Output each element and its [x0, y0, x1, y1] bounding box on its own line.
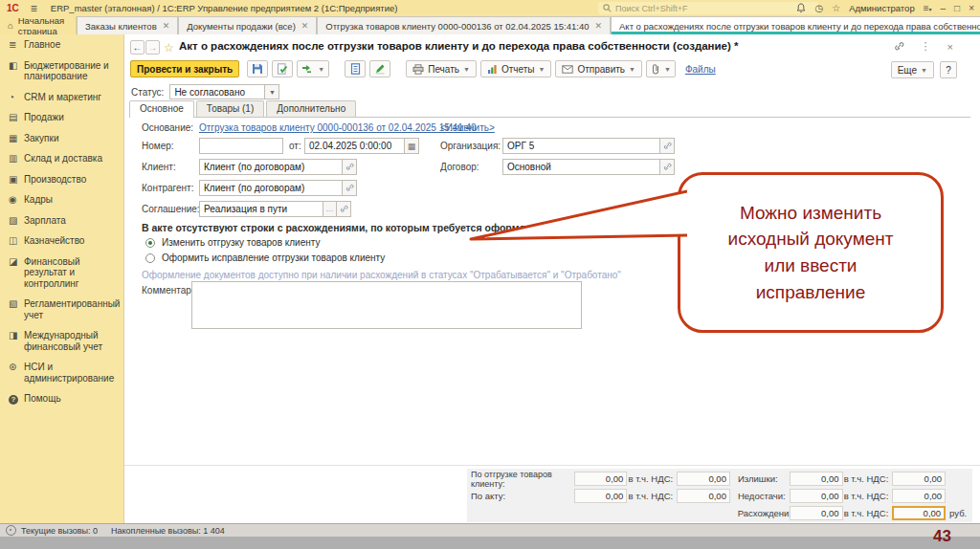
total-field[interactable]: 0,00 — [790, 489, 843, 503]
back-button[interactable]: ← — [130, 40, 145, 55]
app-title: ERP_master (эталонная) / 1С:ERP Управлен… — [51, 3, 398, 13]
save-button[interactable] — [247, 60, 268, 77]
total-field[interactable]: 0,00 — [790, 472, 843, 486]
sidebar-item-crm[interactable]: ◔CRM и маркетинг — [0, 87, 123, 108]
sidebar-item-international-accounting[interactable]: ◨Международный финансовый учет — [0, 325, 123, 357]
total-field[interactable]: 0,00 — [892, 472, 946, 486]
marker-button[interactable] — [369, 60, 390, 77]
total-field[interactable]: 0,00 — [574, 472, 628, 486]
hamburger-menu-icon[interactable]: ≡ — [31, 2, 37, 15]
sidebar-item-financial-result[interactable]: ◪Финансовый результат и контроллинг — [0, 252, 123, 295]
calendar-icon[interactable]: ▦ — [405, 138, 419, 154]
app-statusbar: Текущие вызовы: 0 Накопленные вызовы: 1 … — [0, 523, 980, 537]
tab-home[interactable]: ⌂ Начальная страница — [0, 16, 77, 34]
close-tab-icon[interactable]: ✕ — [163, 21, 170, 31]
counterparty-input[interactable]: Клиент (по договорам) — [199, 180, 343, 196]
current-user[interactable]: Администратор — [849, 3, 915, 13]
form-tab-additional[interactable]: Дополнительно — [266, 100, 356, 117]
total-field[interactable]: 0,00 — [892, 489, 946, 503]
sidebar-item-budgeting[interactable]: ◧Бюджетирование и планирование — [0, 55, 123, 87]
total-field[interactable]: 0,00 — [677, 472, 730, 486]
forward-button[interactable]: → — [145, 40, 160, 55]
maximize-button[interactable]: □ — [954, 3, 960, 13]
close-tab-icon[interactable]: ✕ — [301, 21, 309, 31]
help-button[interactable]: ? — [940, 61, 957, 78]
client-input[interactable]: Клиент (по договорам) — [199, 159, 343, 175]
sidebar-item-help[interactable]: ?Помощь — [0, 388, 123, 409]
sidebar-item-main[interactable]: ≣Главное — [0, 34, 123, 55]
post-document-button[interactable] — [272, 60, 293, 77]
radio-change-shipment[interactable]: Изменить отгрузку товаров клиенту — [145, 237, 320, 248]
agreement-input[interactable]: Реализация в пути — [199, 201, 323, 217]
tab-sales-documents[interactable]: Документы продажи (все)✕ — [178, 16, 317, 34]
open-link-icon[interactable] — [660, 138, 675, 154]
ellipsis-button[interactable]: … — [323, 201, 337, 217]
sidebar-item-purchases[interactable]: ▦Закупки — [0, 128, 123, 149]
radio-create-correction[interactable]: Оформить исправление отгрузки товаров кл… — [145, 253, 385, 263]
favorites-star-icon[interactable]: ☆ — [832, 3, 840, 13]
more-button[interactable]: Еще▼ — [891, 61, 934, 78]
link-icon[interactable] — [894, 41, 904, 52]
debit-credit-icon: ◨ — [9, 330, 24, 340]
form-tab-goods[interactable]: Товары (1) — [196, 100, 264, 117]
comment-textarea[interactable] — [191, 281, 582, 329]
close-form-icon[interactable]: × — [947, 41, 953, 53]
show-in-list-button[interactable] — [345, 60, 366, 77]
service-menu-icon[interactable]: ≡▾ — [924, 3, 932, 13]
tab-discrepancy-act[interactable]: Акт о расхождениях после отгрузки товаро… — [611, 16, 980, 34]
change-basis-link[interactable]: <Изменить> — [440, 122, 495, 133]
1c-logo-icon: 1С — [7, 3, 19, 13]
vat-label: в т.ч. НДС: — [627, 491, 677, 501]
sidebar-item-warehouse[interactable]: ▥Склад и доставка — [0, 148, 123, 169]
slide-footer — [0, 537, 980, 549]
total-field[interactable]: 0,00 — [574, 489, 628, 503]
close-window-button[interactable]: × — [969, 3, 974, 13]
sidebar-item-hr[interactable]: ◉Кадры — [0, 189, 123, 210]
open-link-icon[interactable] — [660, 159, 675, 175]
total-label: По акту: — [471, 491, 574, 501]
open-link-icon[interactable] — [343, 159, 357, 175]
basis-link[interactable]: Отгрузка товаров клиенту 0000-000136 от … — [199, 122, 477, 133]
sidebar-item-payroll[interactable]: ▨Зарплата — [0, 210, 123, 231]
total-label: Недостачи: — [730, 491, 790, 501]
total-field[interactable]: 0,00 — [677, 489, 730, 503]
kebab-menu-icon[interactable]: ⋮ — [921, 40, 931, 53]
form-tab-main[interactable]: Основное — [129, 100, 194, 118]
files-link[interactable]: Файлы — [685, 64, 716, 75]
open-windows-tabbar: ⌂ Начальная страница Заказы клиентов✕ До… — [0, 16, 980, 34]
total-label: Излишки: — [730, 473, 790, 484]
chevron-down-icon: ▼ — [664, 66, 671, 73]
status-dropdown-icon[interactable]: ▼ — [265, 84, 279, 99]
global-search-input[interactable]: Поиск Ctrl+Shift+F — [598, 2, 818, 14]
favorite-star-icon[interactable]: ☆ — [164, 41, 174, 55]
sidebar-item-nsi-administration[interactable]: ⊛НСИ и администрирование — [0, 357, 123, 388]
open-link-icon[interactable] — [343, 180, 357, 196]
contract-input[interactable]: Основной — [502, 159, 660, 175]
pie-chart-icon: ◔ — [9, 92, 24, 102]
sidebar-item-regulated-accounting[interactable]: ▧Регламентированный учет — [0, 294, 123, 325]
organization-input[interactable]: ОРГ 5 — [502, 138, 660, 154]
post-and-close-button[interactable]: Провести и закрыть — [130, 60, 239, 77]
sidebar-item-production[interactable]: ▣Производство — [0, 169, 123, 190]
total-field[interactable]: 0,00 — [790, 506, 843, 520]
create-based-on-button[interactable]: ▼ — [297, 60, 329, 77]
sidebar-item-sales[interactable]: ▤Продажи — [0, 107, 123, 128]
send-button[interactable]: Отправить▼ — [555, 60, 642, 77]
tab-customer-orders[interactable]: Заказы клиентов✕ — [77, 16, 178, 34]
attachments-button[interactable]: ▼ — [646, 60, 676, 77]
sidebar-item-treasury[interactable]: ◫Казначейство — [0, 231, 123, 252]
close-tab-icon[interactable]: ✕ — [594, 21, 602, 31]
date-input[interactable]: 02.04.2025 0:00:00 — [304, 138, 405, 154]
reports-button[interactable]: Отчеты▼ — [480, 60, 552, 77]
number-input[interactable] — [199, 138, 283, 154]
open-link-icon[interactable] — [337, 201, 351, 217]
history-icon[interactable]: ◷ — [814, 3, 823, 13]
minimize-button[interactable]: – — [941, 3, 947, 13]
print-button[interactable]: Печать▼ — [406, 60, 477, 77]
notifications-bell-icon[interactable] — [796, 3, 806, 13]
tab-goods-shipment[interactable]: Отгрузка товаров клиенту 0000-000136 от … — [317, 16, 611, 34]
briefcase-icon: ▤ — [9, 112, 24, 122]
status-select[interactable]: Не согласовано — [169, 84, 265, 99]
chart-icon: ◧ — [9, 60, 24, 71]
total-field-focused[interactable]: 0,00 — [892, 506, 946, 520]
